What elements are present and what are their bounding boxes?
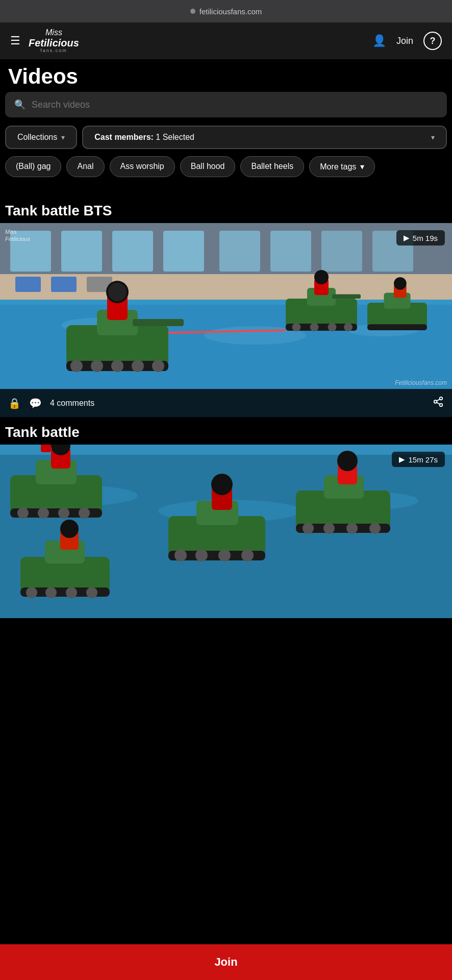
video-scene-1 [0,223,452,417]
svg-rect-12 [51,277,77,292]
tags-row: (Ball) gag Anal Ass worship Ball hood Ba… [0,156,452,187]
svg-point-47 [440,397,443,400]
svg-point-24 [132,360,144,372]
video-2-title: Tank battle [0,419,452,445]
svg-point-72 [66,587,77,598]
svg-point-23 [111,360,123,372]
svg-point-48 [434,400,437,403]
svg-point-60 [38,507,49,519]
svg-point-90 [346,523,358,534]
svg-point-89 [323,523,335,534]
svg-point-73 [86,587,97,598]
svg-point-25 [152,360,164,372]
filter-row: Collections ▾ Cast members: 1 Selected ▾ [0,126,452,156]
share-icon-1[interactable] [433,396,444,410]
svg-point-82 [241,549,254,561]
collections-label: Collections [17,133,57,142]
collections-button[interactable]: Collections ▾ [5,126,77,149]
svg-rect-66 [41,445,51,452]
cast-members-label: Cast members: 1 Selected [94,133,194,142]
page-title: Videos [0,59,452,92]
svg-point-22 [91,360,103,372]
video-duration-2: ▶ 15m 27s [392,452,445,467]
cast-members-chevron-icon: ▾ [431,133,435,141]
logo[interactable]: Miss Fetilicious fans.com [29,28,79,53]
header-right: 👤 Join ? [372,32,442,50]
svg-point-62 [79,507,90,519]
video-1-title: Tank battle BTS [0,198,452,223]
more-tags-chevron-icon: ▾ [360,162,364,172]
user-icon[interactable]: 👤 [372,34,386,47]
svg-point-70 [26,587,37,598]
svg-point-76 [60,520,79,538]
tag-ballet-heels[interactable]: Ballet heels [240,156,304,177]
svg-point-33 [292,323,301,332]
play-icon: ▶ [404,233,410,242]
video-logo-overlay: Miss Fetilicious [5,228,30,243]
svg-rect-11 [15,277,41,292]
browser-url: fetiliciousfans.com [199,7,262,16]
svg-rect-5 [163,231,204,272]
browser-dot [190,9,195,14]
lock-icon: 🔒 [8,397,21,409]
video-card-tank-bts[interactable]: Miss Fetilicious ▶ 5m 19s Fetiliciousfan… [0,223,452,417]
video-thumbnail-1: Miss Fetilicious ▶ 5m 19s Fetiliciousfan… [0,223,452,417]
search-bar: 🔍 [5,92,447,117]
tag-ass-worship[interactable]: Ass worship [110,156,175,177]
svg-rect-7 [270,231,311,272]
help-icon[interactable]: ? [423,32,442,50]
svg-point-91 [369,523,381,534]
video-scene-2 [0,445,452,618]
collections-chevron-icon: ▾ [61,133,65,141]
more-tags-button[interactable]: More tags ▾ [309,156,375,177]
video-card-tank-battle[interactable]: ▶ 15m 27s [0,445,452,618]
svg-point-40 [314,270,329,284]
svg-point-36 [344,323,353,332]
svg-point-85 [211,474,233,495]
svg-point-79 [174,549,187,561]
svg-point-61 [58,507,69,519]
svg-point-21 [70,360,83,372]
svg-rect-6 [219,231,260,272]
header: ☰ Miss Fetilicious fans.com 👤 Join ? [0,22,452,59]
search-icon: 🔍 [14,99,26,110]
svg-point-80 [195,549,208,561]
logo-tagline: fans.com [40,48,67,54]
tag-ball-gag[interactable]: (Ball) gag [5,156,61,177]
comment-icon-1[interactable]: 💬 [29,397,42,409]
video-duration-1: ▶ 5m 19s [396,230,445,246]
svg-rect-42 [367,324,427,330]
tag-ball-hood[interactable]: Ball hood [180,156,236,177]
svg-rect-4 [112,231,153,272]
svg-rect-3 [61,231,102,272]
join-header-button[interactable]: Join [396,36,413,46]
svg-line-51 [437,399,440,401]
svg-point-81 [218,549,231,561]
svg-point-59 [17,507,29,519]
svg-point-88 [303,523,314,534]
join-bar[interactable]: Join [0,944,452,980]
svg-point-30 [108,283,127,301]
svg-rect-38 [332,295,361,299]
logo-miss: Miss [45,28,62,37]
svg-point-35 [328,323,337,332]
browser-bar: fetiliciousfans.com [0,0,452,22]
video-thumbnail-2: ▶ 15m 27s [0,445,452,618]
play-icon-2: ▶ [399,455,405,464]
svg-point-34 [310,323,319,332]
svg-rect-8 [321,231,362,272]
comments-count-1[interactable]: 4 comments [50,399,94,408]
tag-anal[interactable]: Anal [66,156,104,177]
svg-line-50 [437,402,440,404]
svg-point-45 [394,277,407,290]
search-input[interactable] [32,100,438,110]
header-left: ☰ Miss Fetilicious fans.com [10,28,79,53]
video-footer-left-1: 🔒 💬 4 comments [8,397,94,409]
svg-point-94 [337,451,358,471]
svg-point-49 [440,404,443,407]
logo-fetilicious: Fetilicious [29,37,79,48]
watermark-1: Fetiliciousfans.com [395,379,447,386]
hamburger-icon[interactable]: ☰ [10,34,20,47]
svg-point-71 [45,587,57,598]
cast-members-button[interactable]: Cast members: 1 Selected ▾ [82,126,447,149]
